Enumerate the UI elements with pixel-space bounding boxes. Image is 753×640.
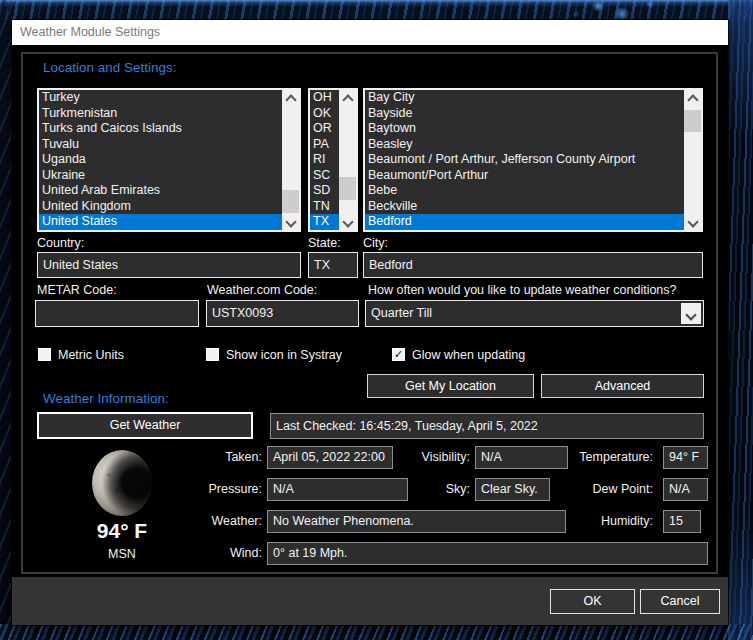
weather-information-heading: Weather Information:	[43, 391, 169, 406]
list-item[interactable]: OK	[310, 106, 339, 122]
list-item[interactable]: RI	[310, 152, 339, 168]
list-item[interactable]: TN	[310, 199, 339, 215]
metar-code-label: METAR Code:	[37, 283, 117, 297]
list-item[interactable]: OH	[310, 90, 339, 106]
list-item[interactable]: Beaumont/Port Arthur	[365, 168, 684, 184]
chevron-up-icon	[687, 94, 698, 105]
country-input[interactable]: United States	[37, 252, 301, 278]
update-frequency-label: How often would you like to update weath…	[368, 283, 677, 297]
update-frequency-dropdown[interactable]: Quarter Till	[365, 300, 704, 327]
state-label: State:	[308, 236, 341, 250]
systray-icon-checkbox-row[interactable]: Show icon in Systray	[206, 347, 342, 362]
list-item[interactable]: TX	[310, 214, 339, 230]
list-item[interactable]: Bedford	[365, 214, 684, 230]
country-label: Country:	[37, 236, 84, 250]
desktop: Weather Module Settings Location and Set…	[0, 0, 753, 640]
metric-units-checkbox-row[interactable]: Metric Units	[38, 347, 124, 362]
chevron-down-icon	[285, 216, 296, 227]
list-item[interactable]: Turks and Caicos Islands	[39, 121, 282, 137]
chevron-up-icon	[285, 94, 296, 105]
scroll-track[interactable]	[339, 105, 356, 215]
list-item[interactable]: Beaumont / Port Arthur, Jefferson County…	[365, 152, 684, 168]
state-input[interactable]: TX	[308, 252, 358, 278]
metric-units-label: Metric Units	[58, 348, 124, 362]
scroll-up-button[interactable]	[282, 90, 299, 105]
list-item[interactable]: OR	[310, 121, 339, 137]
state-listbox[interactable]: OHOKORPARISCSDTNTX	[308, 88, 358, 232]
get-weather-button[interactable]: Get Weather	[37, 412, 253, 439]
list-item[interactable]: Tuvalu	[39, 137, 282, 153]
list-item[interactable]: Turkey	[39, 90, 282, 106]
list-item[interactable]: Beasley	[365, 137, 684, 153]
get-my-location-button[interactable]: Get My Location	[367, 374, 534, 398]
list-item[interactable]: PA	[310, 137, 339, 153]
list-item[interactable]: United States	[39, 214, 282, 230]
chevron-down-icon	[687, 216, 698, 227]
scroll-track[interactable]	[282, 105, 299, 215]
desktop-wallpaper-top	[0, 0, 753, 20]
desktop-wallpaper-right	[728, 0, 753, 640]
window-title: Weather Module Settings	[12, 20, 728, 45]
country-listbox[interactable]: TurkeyTurkmenistanTurks and Caicos Islan…	[37, 88, 301, 232]
weather-field: No Weather Phenomena.	[267, 510, 566, 533]
window-titlebar[interactable]: Weather Module Settings	[12, 20, 728, 45]
list-item[interactable]: Ukraine	[39, 168, 282, 184]
list-item[interactable]: Turkmenistan	[39, 106, 282, 122]
country-list-scrollbar[interactable]	[282, 90, 299, 230]
moon-phase-image	[92, 450, 152, 516]
temperature-label: Temperature:	[543, 446, 653, 469]
sky-field: Clear Sky.	[475, 478, 550, 501]
taken-label: Taken:	[152, 446, 262, 469]
list-item[interactable]: Beckville	[365, 199, 684, 215]
list-item[interactable]: SD	[310, 183, 339, 199]
weather-com-code-input[interactable]: USTX0093	[206, 300, 359, 327]
glow-updating-checkbox-row[interactable]: ✓ Glow when updating	[392, 347, 525, 362]
dropdown-arrow-button[interactable]	[681, 303, 701, 324]
systray-icon-checkbox[interactable]	[206, 348, 219, 361]
scroll-down-button[interactable]	[684, 215, 701, 230]
chevron-up-icon	[342, 94, 353, 105]
list-item[interactable]: Bebe	[365, 183, 684, 199]
update-frequency-value: Quarter Till	[371, 306, 432, 320]
list-item[interactable]: United Arab Emirates	[39, 183, 282, 199]
advanced-button[interactable]: Advanced	[541, 374, 704, 398]
city-listbox[interactable]: Bay CityBaysideBaytownBeasleyBeaumont / …	[363, 88, 703, 232]
city-input[interactable]: Bedford	[363, 252, 703, 278]
list-item[interactable]: United Kingdom	[39, 199, 282, 215]
scroll-up-button[interactable]	[684, 90, 701, 105]
desktop-wallpaper-bottom	[0, 624, 753, 640]
state-list-items: OHOKORPARISCSDTNTX	[310, 90, 339, 230]
weather-com-code-label: Weather.com Code:	[207, 283, 317, 297]
ok-button[interactable]: OK	[550, 589, 635, 614]
scroll-track[interactable]	[684, 105, 701, 215]
dialog-footer: OK Cancel	[12, 577, 728, 625]
desktop-wallpaper-left	[0, 0, 12, 640]
scroll-down-button[interactable]	[282, 215, 299, 230]
chevron-down-icon	[342, 216, 353, 227]
humidity-label: Humidity:	[543, 510, 653, 533]
sky-label: Sky:	[360, 478, 470, 501]
list-item[interactable]: Bay City	[365, 90, 684, 106]
last-checked-field: Last Checked: 16:45:29, Tuesday, April 5…	[270, 413, 704, 439]
glow-updating-checkbox[interactable]: ✓	[392, 348, 405, 361]
scroll-down-button[interactable]	[339, 215, 356, 230]
pressure-label: Pressure:	[152, 478, 262, 501]
city-label: City:	[363, 236, 388, 250]
list-item[interactable]: Baytown	[365, 121, 684, 137]
list-item[interactable]: Uganda	[39, 152, 282, 168]
weather-label: Weather:	[152, 510, 262, 533]
metric-units-checkbox[interactable]	[38, 348, 51, 361]
scroll-thumb[interactable]	[339, 177, 356, 200]
scroll-thumb[interactable]	[282, 190, 299, 213]
city-list-items: Bay CityBaysideBaytownBeasleyBeaumont / …	[365, 90, 684, 230]
scroll-up-button[interactable]	[339, 90, 356, 105]
list-item[interactable]: Bayside	[365, 106, 684, 122]
cancel-button[interactable]: Cancel	[640, 589, 720, 614]
humidity-field: 15	[663, 510, 701, 533]
state-list-scrollbar[interactable]	[339, 90, 356, 230]
city-list-scrollbar[interactable]	[684, 90, 701, 230]
scroll-thumb[interactable]	[684, 110, 701, 132]
metar-code-input[interactable]	[35, 300, 199, 327]
chevron-down-icon	[685, 309, 696, 320]
list-item[interactable]: SC	[310, 168, 339, 184]
